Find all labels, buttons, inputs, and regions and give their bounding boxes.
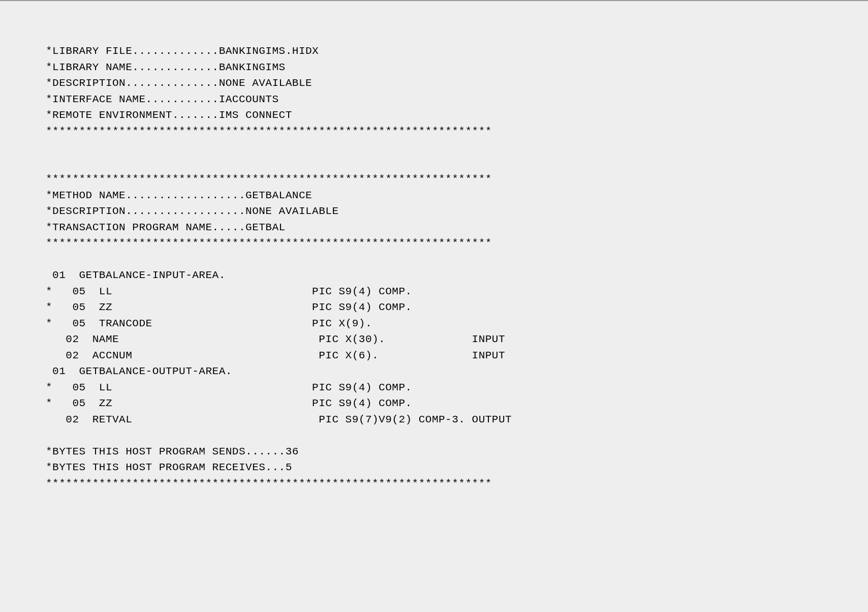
code-line: ****************************************… — [46, 124, 822, 140]
code-line: 01 GETBALANCE-INPUT-AREA. — [46, 267, 822, 284]
code-line: 02 RETVAL PIC S9(7)V9(2) COMP-3. OUTPUT — [46, 412, 822, 428]
code-line — [46, 427, 822, 444]
code-line: * 05 TRANCODE PIC X(9). — [46, 316, 822, 332]
code-line: *TRANSACTION PROGRAM NAME.....GETBAL — [46, 220, 822, 236]
code-line: ****************************************… — [46, 476, 822, 492]
code-line: * 05 ZZ PIC S9(4) COMP. — [46, 299, 822, 316]
code-line: *DESCRIPTION..............NONE AVAILABLE — [46, 75, 822, 91]
code-line: * 05 LL PIC S9(4) COMP. — [46, 284, 822, 300]
code-line — [46, 156, 822, 172]
code-line: 01 GETBALANCE-OUTPUT-AREA. — [46, 363, 822, 380]
code-line: *METHOD NAME..................GETBALANCE — [46, 188, 822, 204]
code-line: 02 NAME PIC X(30). INPUT — [46, 331, 822, 348]
code-line: *INTERFACE NAME...........IACCOUNTS — [46, 91, 822, 108]
code-line: ****************************************… — [46, 235, 822, 252]
code-line: 02 ACCNUM PIC X(6). INPUT — [46, 348, 822, 364]
cobol-listing: *LIBRARY FILE.............BANKINGIMS.HID… — [46, 43, 822, 492]
code-line: *DESCRIPTION..................NONE AVAIL… — [46, 203, 822, 220]
code-line: *REMOTE ENVIRONMENT.......IMS CONNECT — [46, 107, 822, 124]
code-line — [46, 139, 822, 156]
code-line: ****************************************… — [46, 171, 822, 188]
code-line: *LIBRARY NAME.............BANKINGIMS — [46, 59, 822, 76]
code-line: * 05 LL PIC S9(4) COMP. — [46, 380, 822, 396]
code-line: *BYTES THIS HOST PROGRAM SENDS......36 — [46, 444, 822, 460]
code-line: *BYTES THIS HOST PROGRAM RECEIVES...5 — [46, 460, 822, 476]
code-line — [46, 252, 822, 268]
code-line: *LIBRARY FILE.............BANKINGIMS.HID… — [46, 43, 822, 59]
code-line: * 05 ZZ PIC S9(4) COMP. — [46, 395, 822, 412]
